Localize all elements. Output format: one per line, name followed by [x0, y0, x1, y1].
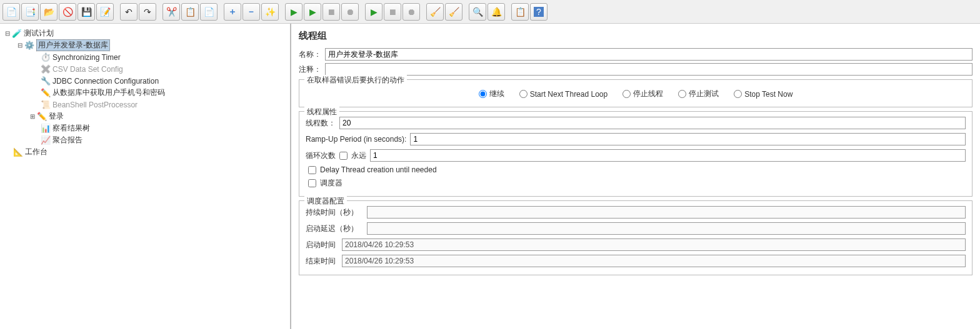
tree-view-results[interactable]: 📊 察看结果树	[1, 122, 289, 134]
tree-sync-timer[interactable]: ⏱️ Synchronizing Timer	[1, 51, 289, 63]
end-time-label: 结束时间	[306, 256, 338, 267]
scheduler-checkbox[interactable]	[308, 179, 316, 187]
radio-stop-thread[interactable]: 停止线程	[622, 89, 663, 99]
duration-input	[367, 206, 966, 219]
tree-label: JDBC Connection Configuration	[52, 77, 159, 86]
tree-aggregate[interactable]: 📈 聚合报告	[1, 134, 289, 146]
clear-all-button[interactable]: 🧹	[445, 3, 462, 21]
delay-checkbox[interactable]	[308, 166, 316, 174]
radio-start-next-input[interactable]	[519, 90, 528, 98]
start-no-timers-button[interactable]: ▶	[304, 3, 321, 21]
sampler-icon: ✏️	[36, 111, 47, 122]
reset-search-button[interactable]: 🔔	[488, 3, 505, 21]
toggle-icon[interactable]: ⊞	[29, 113, 36, 120]
templates-button[interactable]: 📑	[21, 3, 39, 21]
tree-db-query[interactable]: ✏️ 从数据库中获取用户手机号和密码	[1, 87, 289, 99]
postprocessor-icon: 📜	[40, 99, 51, 110]
search-button[interactable]: 🔍	[469, 3, 486, 21]
main-area: ⊟ 🧪 测试计划 ⊟ ⚙️ 用户并发登录-数据库 ⏱️ Synchronizin…	[0, 24, 980, 329]
toggle-button[interactable]: ✨	[261, 3, 279, 21]
results-tree-icon: 📊	[40, 123, 51, 134]
redo-icon: ↷	[142, 6, 153, 17]
startup-delay-label: 启动延迟（秒）	[306, 223, 363, 234]
function-helper-button[interactable]: 📋	[511, 3, 529, 21]
tree-label: Synchronizing Timer	[52, 53, 121, 62]
end-time-row: 结束时间	[306, 255, 966, 267]
close-icon: 🚫	[62, 6, 73, 17]
tree-label: 从数据库中获取用户手机号和密码	[52, 87, 165, 98]
radio-continue-input[interactable]	[479, 90, 487, 98]
tree-jdbc-config[interactable]: 🔧 JDBC Connection Configuration	[1, 75, 289, 87]
file-icon: 📄	[6, 6, 17, 17]
radio-start-next[interactable]: Start Next Thread Loop	[519, 90, 608, 99]
redo-button[interactable]: ↷	[139, 3, 156, 21]
save-button[interactable]: 💾	[78, 3, 95, 21]
radio-stop-thread-input[interactable]	[622, 90, 631, 98]
delay-row: Delay Thread creation until needed	[306, 165, 966, 174]
remote-stop-icon: ⏹	[387, 6, 398, 17]
forever-checkbox[interactable]	[339, 152, 348, 160]
tree-label: 登录	[49, 111, 64, 122]
undo-button[interactable]: ↶	[120, 3, 138, 21]
save-as-icon: 📝	[99, 6, 111, 17]
config-icon: 🔧	[40, 76, 51, 86]
tree-thread-group[interactable]: ⊟ ⚙️ 用户并发登录-数据库	[1, 39, 289, 51]
open-button[interactable]: 📂	[40, 3, 58, 21]
thread-props-group: 线程属性 线程数： Ramp-Up Period (in seconds): 循…	[299, 111, 972, 197]
ramp-input[interactable]	[410, 133, 966, 145]
folder-open-icon: 📂	[43, 6, 54, 17]
start-button[interactable]: ▶	[285, 3, 302, 21]
tree-workbench[interactable]: 📐 工作台	[1, 146, 289, 158]
clear-button[interactable]: 🧹	[426, 3, 444, 21]
tree-login[interactable]: ⊞ ✏️ 登录	[1, 110, 289, 122]
shutdown-button[interactable]: ⏺	[341, 3, 359, 21]
toggle-icon[interactable]: ⊟	[16, 42, 24, 49]
collapse-button[interactable]: －	[242, 3, 260, 21]
tree-label: 用户并发登录-数据库	[36, 39, 110, 51]
radio-stop-now[interactable]: Stop Test Now	[734, 90, 792, 99]
name-input[interactable]	[325, 48, 972, 61]
tree-csv-config[interactable]: ✖️ CSV Data Set Config	[1, 63, 289, 75]
new-button[interactable]: 📄	[2, 3, 20, 21]
tree-label: 聚合报告	[52, 135, 82, 145]
config-icon: ✖️	[40, 64, 51, 74]
templates-icon: 📑	[24, 6, 36, 17]
paste-icon: 📄	[203, 6, 214, 17]
play-icon: ▶	[288, 6, 299, 17]
radio-stop-now-input[interactable]	[734, 90, 742, 98]
remote-stop-button[interactable]: ⏹	[384, 3, 401, 21]
tree-beanshell[interactable]: 📜 BeanShell PostProcessor	[1, 99, 289, 110]
remote-shutdown-button[interactable]: ⏺	[402, 3, 420, 21]
stop-icon: ⏹	[326, 6, 337, 17]
radio-continue[interactable]: 继续	[479, 89, 504, 99]
timer-icon: ⏱️	[40, 52, 51, 62]
content-panel: 线程组 名称： 注释： 在取样器错误后要执行的动作 继续 Start Next …	[291, 24, 980, 329]
duration-label: 持续时间（秒）	[306, 207, 363, 218]
minus-icon: －	[246, 6, 257, 17]
close-button[interactable]: 🚫	[59, 3, 76, 21]
end-time-input	[342, 255, 966, 267]
stop-button[interactable]: ⏹	[322, 3, 340, 21]
threads-label: 线程数：	[306, 118, 336, 129]
remote-start-button[interactable]: ▶	[365, 3, 382, 21]
save-as-button[interactable]: 📝	[96, 3, 114, 21]
ramp-row: Ramp-Up Period (in seconds):	[306, 133, 966, 145]
help-button[interactable]: ?	[530, 3, 548, 21]
paste-button[interactable]: 📄	[200, 3, 218, 21]
cut-icon: ✂️	[166, 6, 177, 17]
shutdown-icon: ⏺	[344, 6, 356, 17]
cut-button[interactable]: ✂️	[162, 3, 180, 21]
ramp-label: Ramp-Up Period (in seconds):	[306, 135, 406, 144]
expand-button[interactable]: ＋	[224, 3, 241, 21]
threads-input[interactable]	[339, 117, 966, 129]
name-row: 名称：	[299, 48, 972, 61]
copy-button[interactable]: 📋	[181, 3, 199, 21]
comment-input[interactable]	[325, 63, 972, 76]
tree-test-plan[interactable]: ⊟ 🧪 测试计划	[1, 27, 289, 39]
toggle-icon[interactable]: ⊟	[4, 30, 11, 37]
tree-label: 工作台	[25, 147, 48, 157]
radio-stop-test[interactable]: 停止测试	[678, 89, 719, 99]
loop-input[interactable]	[370, 149, 966, 162]
save-icon: 💾	[81, 6, 92, 17]
radio-stop-test-input[interactable]	[678, 90, 686, 98]
